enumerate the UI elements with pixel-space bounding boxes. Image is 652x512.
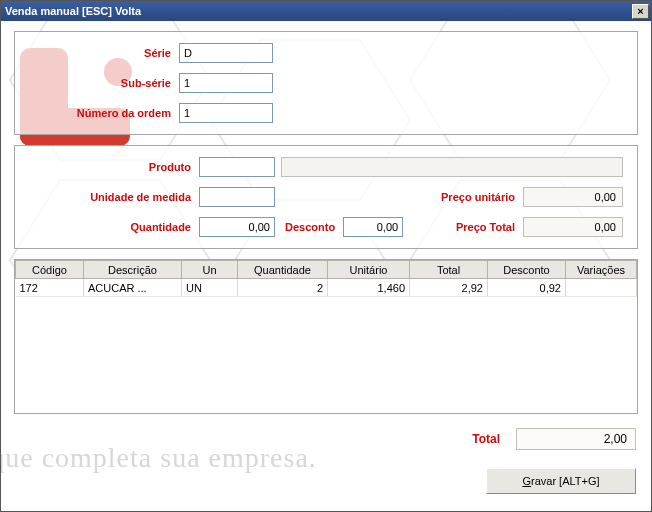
th-unitario[interactable]: Unitário: [328, 261, 410, 279]
total-value: 2,00: [516, 428, 636, 450]
cell-total: 2,92: [410, 279, 488, 297]
th-descricao[interactable]: Descrição: [84, 261, 182, 279]
numero-ordem-label: Número da ordem: [29, 107, 179, 119]
cell-unitario: 1,460: [328, 279, 410, 297]
cell-variacoes: [566, 279, 637, 297]
unidade-input[interactable]: [199, 187, 275, 207]
serie-label: Série: [29, 47, 179, 59]
subserie-input[interactable]: [179, 73, 273, 93]
unidade-label: Unidade de medida: [29, 191, 199, 203]
cell-descricao: ACUCAR ...: [84, 279, 182, 297]
th-un[interactable]: Un: [182, 261, 238, 279]
window-title: Venda manual [ESC] Volta: [5, 5, 632, 17]
panel-header: Série Sub-série Número da ordem: [14, 31, 638, 135]
titlebar: Venda manual [ESC] Volta ×: [1, 1, 651, 21]
preco-unitario-label: Preço unitário: [441, 191, 523, 203]
th-total[interactable]: Total: [410, 261, 488, 279]
footer: Gravar [ALT+G]: [14, 468, 638, 494]
close-icon[interactable]: ×: [632, 4, 649, 19]
produto-desc-display: [281, 157, 623, 177]
window-frame: Venda manual [ESC] Volta × Série Sub-sér…: [0, 0, 652, 512]
th-codigo[interactable]: Código: [16, 261, 84, 279]
th-variacoes[interactable]: Variações: [566, 261, 637, 279]
total-label: Total: [472, 432, 500, 446]
serie-input[interactable]: [179, 43, 273, 63]
cell-desconto: 0,92: [488, 279, 566, 297]
numero-ordem-input[interactable]: [179, 103, 273, 123]
desconto-input[interactable]: [343, 217, 403, 237]
desconto-label: Desconto: [285, 221, 343, 233]
gravar-button[interactable]: Gravar [ALT+G]: [486, 468, 636, 494]
cell-un: UN: [182, 279, 238, 297]
cell-codigo: 172: [16, 279, 84, 297]
panel-produto: Produto Unidade de medida Preço unitário…: [14, 145, 638, 249]
quantidade-input[interactable]: [199, 217, 275, 237]
th-quantidade[interactable]: Quantidade: [238, 261, 328, 279]
subserie-label: Sub-série: [29, 77, 179, 89]
preco-total-label: Preço Total: [456, 221, 523, 233]
produto-label: Produto: [29, 161, 199, 173]
table-row[interactable]: 172 ACUCAR ... UN 2 1,460 2,92 0,92: [16, 279, 637, 297]
quantidade-label: Quantidade: [29, 221, 199, 233]
table-header-row: Código Descrição Un Quantidade Unitário …: [16, 261, 637, 279]
cell-quantidade: 2: [238, 279, 328, 297]
preco-unitario-value: 0,00: [523, 187, 623, 207]
th-desconto[interactable]: Desconto: [488, 261, 566, 279]
preco-total-value: 0,00: [523, 217, 623, 237]
items-table: Código Descrição Un Quantidade Unitário …: [14, 259, 638, 414]
summary-row: Total 2,00: [14, 428, 638, 450]
produto-code-input[interactable]: [199, 157, 275, 177]
